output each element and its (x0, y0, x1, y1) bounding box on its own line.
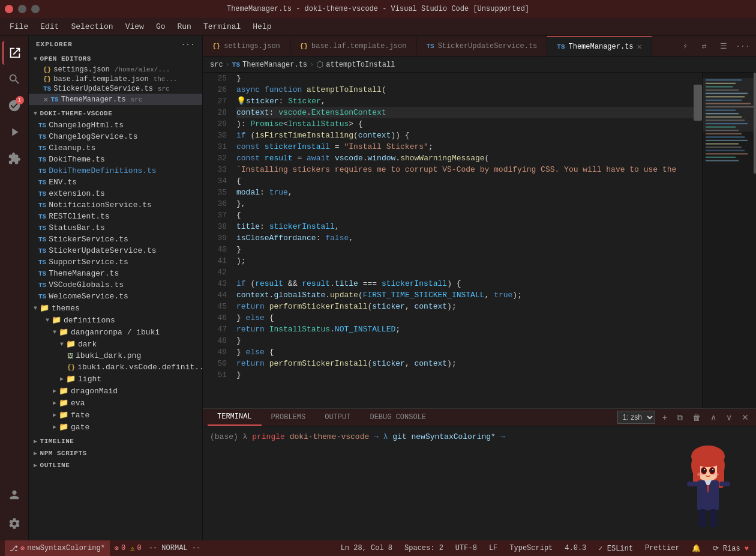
menu-go[interactable]: Go (151, 20, 170, 34)
new-terminal-button[interactable]: + (660, 411, 670, 423)
minimize-button[interactable] (18, 5, 26, 13)
activity-source-control[interactable]: 1 (2, 94, 26, 118)
file-welcomeservice[interactable]: TS WelcomeService.ts (29, 291, 202, 302)
activity-explorer[interactable] (2, 41, 26, 65)
menu-edit[interactable]: Edit (35, 20, 64, 34)
error-count[interactable]: ⊗ 0 ⚠ 0 (115, 544, 142, 553)
language-mode[interactable]: TypeScript (507, 544, 555, 552)
menu-help[interactable]: Help (248, 20, 276, 34)
file-cleanup[interactable]: TS Cleanup.ts (29, 142, 202, 154)
close-panel-button[interactable]: ✕ (739, 411, 751, 423)
breadcrumb-src[interactable]: src (210, 61, 223, 69)
tab-sticker[interactable]: TS StickerUpdateService.ts (416, 37, 547, 55)
folder-themes[interactable]: 📁 themes (29, 302, 202, 314)
activity-settings[interactable] (2, 512, 26, 536)
file-stickerupdateservice[interactable]: TS StickerUpdateService.ts (29, 245, 202, 256)
file-dokitheme[interactable]: TS DokiTheme.ts (29, 154, 202, 165)
file-vscodeglobals[interactable]: TS VSCodeGlobals.ts (29, 279, 202, 291)
folder-name: eva (71, 399, 85, 408)
menu-terminal[interactable]: Terminal (199, 20, 245, 34)
prettier-status[interactable]: Prettier (643, 544, 682, 552)
eslint-status[interactable]: ✓ ESLint (596, 544, 635, 553)
folder-light[interactable]: 📁 light (29, 373, 202, 385)
file-changelogservice[interactable]: TS ChangelogService.ts (29, 131, 202, 142)
menu-selection[interactable]: Selection (66, 20, 118, 34)
file-statusbar[interactable]: TS StatusBar.ts (29, 222, 202, 234)
file-stickerservice[interactable]: TS StickerService.ts (29, 234, 202, 245)
menu-file[interactable]: File (5, 20, 33, 34)
close-icon[interactable]: ✕ (43, 94, 48, 104)
panel-tab-terminal[interactable]: TERMINAL (208, 409, 262, 426)
folder-fate[interactable]: 📁 fate (29, 409, 202, 421)
toggle-panel-button[interactable]: ☰ (715, 38, 732, 55)
tab-close-button[interactable]: ✕ (637, 41, 642, 52)
menu-view[interactable]: View (121, 20, 149, 34)
editor-scroll-thumb[interactable] (694, 85, 702, 121)
indentation[interactable]: Spaces: 2 (402, 544, 446, 552)
file-changeloghtml[interactable]: TS ChangelogHtml.ts (29, 119, 202, 131)
file-dokithemedefinitions[interactable]: TS DokiThemeDefinitions.ts (29, 165, 202, 177)
close-button[interactable] (5, 5, 13, 13)
more-actions-button[interactable]: ··· (734, 38, 751, 55)
file-notificationservice[interactable]: TS NotificationService.ts (29, 199, 202, 211)
scroll-down-button[interactable]: ∨ (724, 411, 734, 423)
menu-run[interactable]: Run (172, 20, 196, 34)
activity-run[interactable] (2, 120, 26, 144)
open-editor-base[interactable]: {} base.laf.template.json the... (29, 74, 202, 84)
open-editors-section[interactable]: OPEN EDITORS (29, 53, 202, 65)
folder-dragonmaid[interactable]: 📁 dragonMaid (29, 385, 202, 397)
panel-tab-output[interactable]: OUTPUT (315, 409, 360, 425)
open-editor-thememanager[interactable]: ✕ TS ThemeManager.ts src (29, 94, 202, 105)
panel-content[interactable]: (base) λ pringle doki-theme-vscode → λ g… (203, 426, 756, 540)
open-editor-settings[interactable]: {} settings.json /home/alex/... (29, 65, 202, 74)
code-line-44: context.globalState.update(FIRST_TIME_ST… (236, 289, 694, 301)
activity-search[interactable] (2, 67, 26, 91)
scroll-up-button[interactable]: ∧ (708, 411, 719, 423)
minimap-scrollbar[interactable] (754, 73, 756, 174)
file-ibuki-json[interactable]: {} ibuki.dark.vsCode.definit... (29, 361, 202, 373)
file-supportservice[interactable]: TS SupportService.ts (29, 256, 202, 268)
folder-dark[interactable]: 📁 dark (29, 338, 202, 350)
branch-indicator[interactable]: ⎇ ⊗ newSyntaxColoring* (5, 540, 110, 556)
activity-account[interactable] (2, 483, 26, 507)
editor-main[interactable]: 25 26 27 28 29 30 31 32 33 34 35 36 37 3… (203, 73, 694, 408)
user-info[interactable]: ⟳ Rias ♥ (710, 544, 751, 553)
folder-eva[interactable]: 📁 eva (29, 397, 202, 409)
timeline-section[interactable]: TIMELINE (29, 435, 202, 447)
panel-tab-debug[interactable]: DEBUG CONSOLE (360, 409, 436, 425)
kill-terminal-button[interactable]: 🗑 (690, 411, 703, 423)
activity-extensions[interactable] (2, 147, 26, 171)
tab-settings[interactable]: {} settings.json (203, 37, 290, 55)
breadcrumb-func[interactable]: attemptToInstall (326, 61, 395, 69)
code-editor[interactable]: } async function attemptToInstall( 💡stic… (232, 73, 694, 408)
tab-thememanager[interactable]: TS ThemeManager.ts ✕ (547, 36, 652, 56)
panel-tab-problems[interactable]: PROBLEMS (262, 409, 316, 425)
project-section[interactable]: DOKI-THEME-VSCODE (29, 107, 202, 119)
folder-gate[interactable]: 📁 gate (29, 421, 202, 433)
npm-section[interactable]: NPM SCRIPTS (29, 447, 202, 459)
open-changes-button[interactable]: ⇄ (696, 38, 713, 55)
file-restclient[interactable]: TS RESTClient.ts (29, 211, 202, 222)
file-env[interactable]: TS ENV.ts (29, 177, 202, 188)
file-extension[interactable]: TS extension.ts (29, 188, 202, 199)
folder-danganronpa[interactable]: 📁 danganronpa / ibuki (29, 326, 202, 338)
open-editor-sticker[interactable]: TS StickerUpdateService.ts src (29, 84, 202, 94)
outline-section[interactable]: OUTLINE (29, 459, 202, 471)
line-ending[interactable]: LF (487, 544, 500, 552)
terminal-selector[interactable]: 1: zsh (617, 411, 655, 424)
tab-base[interactable]: {} base.laf.template.json (290, 37, 417, 55)
file-ibuki-png[interactable]: 🖼 ibuki_dark.png (29, 350, 202, 361)
notification-bell[interactable]: 🔔 (689, 544, 703, 553)
editor-scrollbar[interactable] (694, 73, 702, 408)
split-terminal-button[interactable]: ⧉ (674, 411, 685, 424)
file-thememanager[interactable]: TS ThemeManager.ts (29, 268, 202, 279)
ts-version[interactable]: 4.0.3 (562, 544, 589, 552)
folder-definitions[interactable]: 📁 definitions (29, 314, 202, 326)
split-editor-button[interactable]: ⚡ (677, 38, 694, 55)
cursor-position[interactable]: Ln 28, Col 8 (338, 544, 395, 552)
encoding[interactable]: UTF-8 (453, 544, 479, 552)
maximize-button[interactable] (31, 5, 40, 13)
sidebar-more-button[interactable]: ··· (181, 41, 195, 48)
breadcrumb-file[interactable]: ThemeManager.ts (242, 61, 307, 69)
window-controls[interactable] (0, 5, 40, 13)
